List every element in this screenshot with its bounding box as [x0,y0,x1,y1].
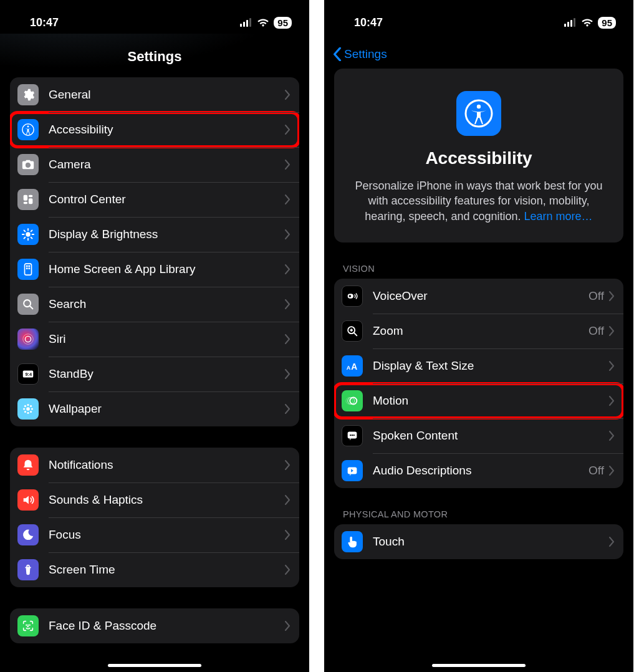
list-item[interactable]: Camera [10,147,299,182]
svg-rect-21 [28,266,30,267]
audiodesc-icon [342,460,363,481]
page-title: Settings [0,34,309,77]
chevron-right-icon [609,466,615,476]
svg-rect-3 [249,18,251,27]
learn-more-link[interactable]: Learn more… [524,210,593,223]
chevron-right-icon [285,530,291,540]
status-time: 10:47 [30,16,59,29]
svg-line-16 [31,238,32,239]
wifi-icon [257,18,269,27]
chevron-right-icon [285,299,291,309]
list-item-label: Control Center [49,193,285,206]
focus-icon [17,524,39,545]
chevron-right-icon [285,495,291,505]
svg-rect-2 [246,20,248,27]
settings-group: NotificationsSounds & HapticsFocusScreen… [10,448,299,587]
gear-icon [17,84,39,105]
svg-text:A: A [351,362,357,371]
list-item-label: Focus [49,528,285,542]
standby-icon: 9:4 [17,363,39,385]
svg-point-31 [27,404,29,406]
list-item-label: Zoom [373,324,588,338]
list-item[interactable]: Siri [10,322,299,357]
list-item[interactable]: Home Screen & App Library [10,252,299,287]
svg-point-26 [23,334,34,345]
list-item[interactable]: Display & Brightness [10,217,299,252]
list-item[interactable]: Touch [334,524,623,559]
back-button[interactable]: Settings [324,34,633,69]
list-item-label: Search [49,297,285,311]
list-item[interactable]: Spoken Content [334,418,623,453]
list-item-label: Siri [49,332,285,346]
chevron-right-icon [609,396,615,406]
list-item-label: Notifications [49,458,285,472]
svg-point-35 [24,405,26,407]
list-item[interactable]: Motion [334,383,623,418]
list-item[interactable]: Sounds & Haptics [10,482,299,517]
list-item-value: Off [588,289,604,303]
svg-point-27 [25,336,31,342]
home-indicator[interactable] [108,664,201,667]
control-center-icon [17,189,39,210]
list-item[interactable]: ZoomOff [334,314,623,348]
settings-list[interactable]: GeneralAccessibilityCameraControl Center… [0,77,309,672]
list-item[interactable]: Accessibility [10,112,299,147]
list-item[interactable]: Notifications [10,448,299,482]
svg-point-32 [27,412,29,414]
list-item-label: General [49,88,285,102]
chevron-right-icon [609,326,615,336]
settings-screen: 10:47 95 Settings GeneralAccessibilityCa… [0,0,309,672]
svg-point-30 [26,407,30,411]
touch-icon [342,531,363,552]
list-item[interactable]: Focus [10,517,299,552]
list-item[interactable]: General [10,77,299,112]
svg-rect-22 [26,267,28,269]
svg-point-37 [24,411,26,413]
home-screen-icon [17,259,39,280]
battery-indicator: 95 [274,17,292,29]
chevron-left-icon [333,47,342,61]
list-item[interactable]: Face ID & Passcode [10,608,299,643]
accessibility-content[interactable]: Accessibility Personalize iPhone in ways… [324,69,633,672]
wallpaper-icon [17,398,39,420]
list-item[interactable]: VoiceOverOff [334,279,623,314]
chevron-right-icon [609,537,615,547]
svg-line-18 [31,230,32,231]
list-item[interactable]: 9:4StandBy [10,357,299,391]
svg-rect-42 [567,22,569,27]
svg-line-15 [24,230,25,231]
settings-group: GeneralAccessibilityCameraControl Center… [10,77,299,426]
svg-point-33 [23,408,25,410]
svg-point-36 [30,405,32,407]
list-item-label: Motion [373,394,609,408]
svg-text:9:4: 9:4 [25,372,32,377]
list-item[interactable]: Control Center [10,182,299,217]
svg-rect-6 [24,195,27,201]
svg-point-10 [26,232,30,236]
list-item[interactable]: Screen Time [10,552,299,587]
list-item-label: Accessibility [49,123,285,137]
hero-card: Accessibility Personalize iPhone in ways… [334,69,623,242]
settings-group: Touch [334,524,623,559]
svg-rect-20 [26,266,28,267]
list-item[interactable]: AADisplay & Text Size [334,348,623,383]
chevron-right-icon [609,361,615,371]
svg-point-46 [477,105,481,108]
svg-rect-19 [25,264,32,275]
motion-icon [342,390,363,411]
chevron-right-icon [285,621,291,631]
section-header: PHYSICAL AND MOTOR [334,509,623,524]
svg-point-61 [353,434,355,436]
brightness-icon [17,224,39,245]
list-item[interactable]: Search [10,287,299,322]
list-item-label: Spoken Content [373,429,609,443]
accessibility-hero-icon [456,91,501,136]
notifications-icon [17,454,39,476]
hero-title: Accessibility [353,148,605,168]
svg-rect-7 [29,195,32,198]
list-item[interactable]: Wallpaper [10,391,299,426]
home-indicator[interactable] [432,664,526,667]
list-item[interactable]: Audio DescriptionsOff [334,453,623,488]
back-label: Settings [344,47,387,61]
cellular-icon [240,18,252,27]
